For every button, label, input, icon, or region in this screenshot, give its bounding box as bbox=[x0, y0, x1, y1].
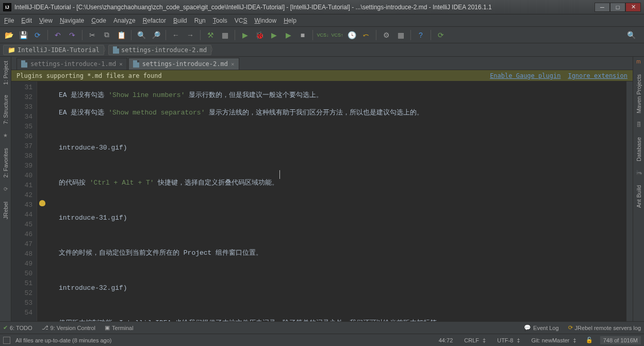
tool-window-toggle-icon[interactable] bbox=[3, 337, 10, 344]
tool-todo[interactable]: ✔6: TODO bbox=[3, 324, 32, 331]
tool-jrebel[interactable]: JRebel bbox=[2, 200, 10, 221]
text-caret bbox=[279, 170, 280, 179]
menu-view[interactable]: View bbox=[39, 17, 53, 24]
cut-icon[interactable]: ✂ bbox=[87, 29, 98, 41]
menu-edit[interactable]: Edit bbox=[21, 17, 32, 24]
log-icon: 💬 bbox=[524, 324, 531, 331]
editor-tabs: settings-introduce-1.md × settings-intro… bbox=[11, 57, 633, 70]
file-icon bbox=[21, 60, 27, 68]
close-button[interactable]: ✕ bbox=[625, 3, 641, 12]
vertical-scrollbar[interactable] bbox=[626, 81, 633, 321]
vcs-icon: ⎇ bbox=[42, 324, 48, 331]
bottom-tool-stripe: ✔6: TODO ⎇9: Version Control ▣Terminal 💬… bbox=[0, 321, 644, 334]
status-message: All files are up-to-date (8 minutes ago) bbox=[15, 337, 111, 343]
search-everywhere-icon[interactable]: 🔍 bbox=[625, 29, 637, 41]
status-memory[interactable]: 748 of 1016M bbox=[600, 336, 641, 344]
tool-database[interactable]: Database bbox=[635, 135, 643, 163]
sync-icon[interactable]: ⟳ bbox=[32, 29, 43, 41]
line-numbers: 313233 343536 373839 404142 434445 46474… bbox=[11, 81, 37, 321]
enable-plugin-link[interactable]: Enable Gauge plugin bbox=[490, 72, 560, 79]
menu-analyze[interactable]: Analyze bbox=[113, 17, 136, 24]
vcs-commit-icon[interactable]: VCS↑ bbox=[332, 29, 343, 41]
tool-jrebel-log[interactable]: ⟳JRebel remote servers log bbox=[568, 324, 641, 331]
notification-text: Plugins supporting *.md files are found bbox=[16, 72, 162, 79]
maven-icon: m bbox=[635, 59, 642, 66]
menu-tools[interactable]: Tools bbox=[213, 17, 227, 24]
revert-icon[interactable]: ⤺ bbox=[360, 29, 372, 41]
open-icon[interactable]: 📂 bbox=[3, 29, 14, 41]
help-icon[interactable]: ? bbox=[415, 29, 426, 41]
app-icon: IJ bbox=[3, 3, 11, 11]
status-caret-pos[interactable]: 44:72 bbox=[437, 337, 455, 343]
menu-window[interactable]: Window bbox=[254, 17, 276, 24]
history-icon[interactable]: 🕓 bbox=[346, 29, 357, 41]
ant-icon: 🐜 bbox=[635, 170, 642, 177]
run2-icon[interactable]: ▶ bbox=[283, 29, 294, 41]
undo-icon[interactable]: ↶ bbox=[52, 29, 63, 41]
ignore-extension-link[interactable]: Ignore extension bbox=[568, 72, 628, 79]
jrebel-icon[interactable]: ⟳ bbox=[435, 29, 447, 41]
run-icon[interactable]: ▶ bbox=[239, 29, 251, 41]
breadcrumb-file-label: settings-introduce-2.md bbox=[121, 46, 207, 54]
maximize-button[interactable]: □ bbox=[610, 3, 625, 12]
lock-icon[interactable]: 🔓 bbox=[584, 337, 595, 343]
settings-icon[interactable]: ⚙ bbox=[381, 29, 392, 41]
close-icon[interactable]: × bbox=[119, 61, 123, 68]
menu-code[interactable]: Code bbox=[91, 17, 106, 24]
minimize-button[interactable]: ─ bbox=[595, 3, 610, 12]
tool-ant[interactable]: Ant Build bbox=[635, 183, 643, 210]
debug-icon[interactable]: 🐞 bbox=[254, 29, 265, 41]
breadcrumb-project[interactable]: 📁 IntelliJ-IDEA-Tutorial bbox=[3, 45, 104, 55]
tool-favorites[interactable]: 2: Favorites bbox=[2, 146, 10, 179]
menu-vcs[interactable]: VCS bbox=[235, 17, 247, 24]
file-icon bbox=[113, 46, 119, 54]
tab-settings-1[interactable]: settings-introduce-1.md × bbox=[16, 58, 127, 70]
menu-run[interactable]: Run bbox=[194, 17, 206, 24]
menu-refactor[interactable]: Refactor bbox=[143, 17, 166, 24]
status-bar: All files are up-to-date (8 minutes ago)… bbox=[0, 334, 644, 346]
vcs-update-icon[interactable]: VCS↓ bbox=[317, 29, 328, 41]
tab-settings-2[interactable]: settings-introduce-2.md × bbox=[128, 58, 239, 70]
breadcrumb-project-label: IntelliJ-IDEA-Tutorial bbox=[18, 46, 100, 54]
tool-terminal[interactable]: ▣Terminal bbox=[105, 324, 134, 331]
menubar: File Edit View Navigate Code Analyze Ref… bbox=[0, 14, 644, 27]
close-icon[interactable]: × bbox=[231, 61, 235, 68]
gutter-icons bbox=[37, 81, 59, 321]
save-all-icon[interactable]: 💾 bbox=[18, 29, 29, 41]
jrebel-log-icon: ⟳ bbox=[568, 324, 573, 331]
coverage-icon[interactable]: ▶ bbox=[268, 29, 279, 41]
menu-navigate[interactable]: Navigate bbox=[60, 17, 84, 24]
menu-file[interactable]: File bbox=[4, 17, 14, 24]
intention-bulb-icon[interactable] bbox=[39, 200, 45, 206]
editor[interactable]: 313233 343536 373839 404142 434445 46474… bbox=[11, 81, 633, 321]
breadcrumb-file[interactable]: settings-introduce-2.md bbox=[108, 45, 211, 55]
tool-structure[interactable]: 7: Structure bbox=[2, 93, 10, 126]
config-icon[interactable]: ▦ bbox=[219, 29, 230, 41]
tool-maven[interactable]: Maven Projects bbox=[635, 72, 643, 116]
tool-version-control[interactable]: ⎇9: Version Control bbox=[42, 324, 95, 331]
tool-event-log[interactable]: 💬Event Log bbox=[524, 324, 559, 331]
tab-label: settings-introduce-1.md bbox=[30, 60, 116, 68]
project-structure-icon[interactable]: ▦ bbox=[395, 29, 406, 41]
find-icon[interactable]: 🔍 bbox=[136, 29, 147, 41]
copy-icon[interactable]: ⧉ bbox=[101, 29, 112, 41]
status-line-sep[interactable]: CRLF ‡ bbox=[460, 337, 488, 343]
folder-icon: 📁 bbox=[8, 46, 15, 54]
status-encoding[interactable]: UTF-8 ‡ bbox=[493, 337, 522, 343]
status-git-branch[interactable]: Git: newMaster ‡ bbox=[527, 337, 579, 343]
tool-project[interactable]: 1: Project bbox=[2, 59, 10, 87]
tab-label: settings-introduce-2.md bbox=[142, 60, 228, 68]
paste-icon[interactable]: 📋 bbox=[115, 29, 127, 41]
plugin-notification: Plugins supporting *.md files are found … bbox=[11, 70, 633, 81]
menu-build[interactable]: Build bbox=[173, 17, 187, 24]
forward-icon[interactable]: → bbox=[185, 29, 196, 41]
make-icon[interactable]: ⚒ bbox=[205, 29, 216, 41]
left-tool-stripe: 1: Project 7: Structure ★ 2: Favorites ⟳… bbox=[0, 57, 11, 321]
check-icon: ✔ bbox=[3, 324, 8, 331]
replace-icon[interactable]: 🔎 bbox=[150, 29, 161, 41]
stop-icon[interactable]: ■ bbox=[297, 29, 308, 41]
code-content[interactable]: EA 是没有勾选 'Show line numbers' 显示行数的，但是我建议… bbox=[59, 81, 633, 321]
redo-icon[interactable]: ↷ bbox=[67, 29, 78, 41]
back-icon[interactable]: ← bbox=[170, 29, 181, 41]
menu-help[interactable]: Help bbox=[284, 17, 296, 24]
